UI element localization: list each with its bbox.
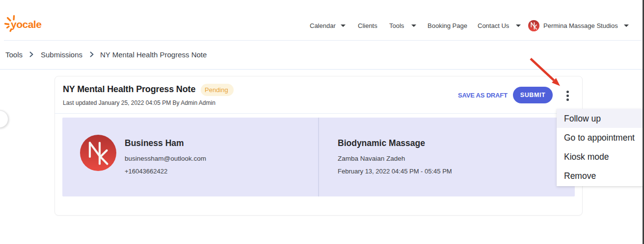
- svg-text:yocale: yocale: [11, 19, 41, 30]
